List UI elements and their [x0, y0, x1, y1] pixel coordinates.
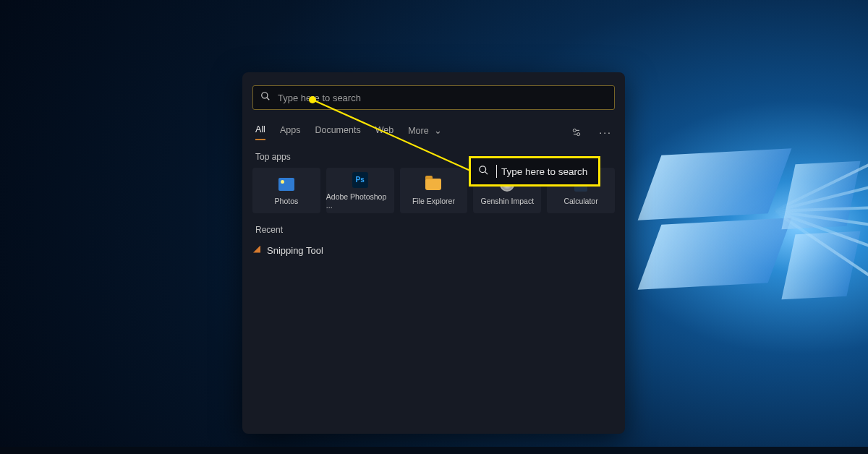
- tab-web[interactable]: Web: [375, 125, 393, 140]
- tab-more-label: More: [408, 126, 428, 136]
- svg-line-1: [267, 98, 270, 100]
- annotation-callout: Type here to search: [469, 156, 600, 187]
- photoshop-icon: Ps: [352, 172, 368, 188]
- app-file-explorer[interactable]: File Explorer: [400, 168, 468, 213]
- app-label: Adobe Photoshop ...: [326, 192, 394, 210]
- chevron-down-icon: ⌄: [434, 126, 442, 136]
- app-photoshop[interactable]: Ps Adobe Photoshop ...: [326, 168, 394, 213]
- windows-search-panel: All Apps Documents Web More ⌄ ··· Top ap…: [242, 72, 625, 434]
- annotation-dot: [309, 96, 316, 103]
- tab-documents[interactable]: Documents: [315, 125, 360, 140]
- search-bar[interactable]: [252, 85, 615, 110]
- tab-all[interactable]: All: [255, 124, 265, 140]
- account-sync-icon[interactable]: [569, 124, 584, 140]
- folder-icon: [425, 176, 441, 192]
- svg-line-6: [485, 171, 488, 174]
- recent-snipping-tool[interactable]: Snipping Tool: [252, 241, 615, 260]
- tab-more[interactable]: More ⌄: [408, 125, 442, 140]
- search-icon: [478, 165, 489, 179]
- svg-point-5: [480, 166, 486, 172]
- search-icon: [260, 91, 271, 104]
- section-recent-label: Recent: [255, 225, 612, 235]
- app-label: Genshin Impact: [481, 197, 535, 205]
- photos-icon: [278, 176, 294, 192]
- tab-apps[interactable]: Apps: [280, 125, 301, 140]
- app-photos[interactable]: Photos: [252, 168, 320, 213]
- search-input[interactable]: [278, 93, 607, 103]
- annotation-callout-text: Type here to search: [496, 165, 587, 178]
- more-options-button[interactable]: ···: [599, 127, 612, 138]
- svg-point-0: [262, 93, 268, 98]
- svg-point-2: [574, 129, 576, 132]
- app-label: Photos: [275, 197, 299, 205]
- filter-tabs: All Apps Documents Web More ⌄ ···: [255, 124, 612, 140]
- taskbar[interactable]: [0, 447, 868, 454]
- app-label: File Explorer: [412, 197, 455, 205]
- app-label: Calculator: [563, 197, 597, 205]
- svg-point-3: [577, 133, 580, 136]
- recent-item-label: Snipping Tool: [267, 245, 323, 256]
